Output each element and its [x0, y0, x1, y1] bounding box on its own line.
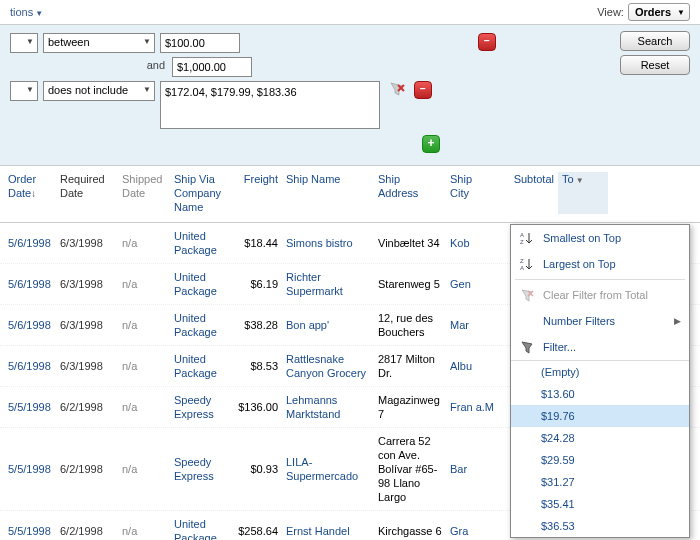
- svg-text:Z: Z: [520, 239, 524, 245]
- menu-largest-on-top[interactable]: ZALargest on Top: [511, 251, 689, 277]
- filter-value-empty[interactable]: (Empty): [511, 361, 689, 383]
- cell-ship-city[interactable]: Albu: [446, 359, 498, 373]
- menu-smallest-on-top[interactable]: AZSmallest on Top: [511, 225, 689, 251]
- cell-ship-via[interactable]: United Package: [170, 352, 230, 380]
- cell-freight: $6.19: [230, 277, 282, 291]
- cell-ship-city[interactable]: Mar: [446, 318, 498, 332]
- cell-ship-name[interactable]: Simons bistro: [282, 236, 374, 250]
- cell-order-date[interactable]: 5/5/1998: [4, 462, 56, 476]
- filter-operator-select-2[interactable]: does not include: [43, 81, 155, 101]
- grid-header-row: Order Date↓ Required Date Shipped Date S…: [0, 166, 700, 223]
- cell-required-date: 6/2/1998: [56, 400, 118, 414]
- cell-order-date[interactable]: 5/6/1998: [4, 318, 56, 332]
- cell-ship-address: 2817 Milton Dr.: [374, 352, 446, 380]
- chevron-down-icon: ▼: [576, 176, 584, 185]
- clear-filter-icon[interactable]: [389, 81, 405, 97]
- cell-order-date[interactable]: 5/6/1998: [4, 359, 56, 373]
- cell-ship-via[interactable]: United Package: [170, 270, 230, 298]
- cell-ship-via[interactable]: Speedy Express: [170, 455, 230, 483]
- menu-filter[interactable]: Filter...: [511, 334, 689, 360]
- view-value: Orders: [635, 6, 671, 18]
- operator-1-label: between: [48, 36, 90, 48]
- cell-ship-city[interactable]: Kob: [446, 236, 498, 250]
- cell-shipped-date: n/a: [118, 318, 170, 332]
- cell-order-date[interactable]: 5/6/1998: [4, 236, 56, 250]
- cell-ship-via[interactable]: Speedy Express: [170, 393, 230, 421]
- cell-order-date[interactable]: 5/6/1998: [4, 277, 56, 291]
- svg-text:A: A: [520, 232, 524, 238]
- filter-value-option[interactable]: $29.59: [511, 449, 689, 471]
- cell-ship-name[interactable]: Rattlesnake Canyon Grocery: [282, 352, 374, 380]
- svg-text:Z: Z: [520, 258, 524, 264]
- col-subtotal[interactable]: Subtotal: [498, 172, 558, 214]
- cell-ship-address: Carrera 52 con Ave. Bolívar #65-98 Llano…: [374, 434, 446, 504]
- sort-asc-icon: AZ: [519, 230, 535, 246]
- cell-ship-city[interactable]: Gen: [446, 277, 498, 291]
- filter-value-textarea[interactable]: [160, 81, 380, 129]
- col-shipped-date[interactable]: Shipped Date: [118, 172, 170, 214]
- reset-button[interactable]: Reset: [620, 55, 690, 75]
- cell-order-date[interactable]: 5/5/1998: [4, 524, 56, 538]
- filter-value-option[interactable]: $24.28: [511, 427, 689, 449]
- menu-smallest-label: Smallest on Top: [543, 232, 621, 244]
- view-select[interactable]: Orders: [628, 3, 690, 21]
- cell-ship-name[interactable]: Ernst Handel: [282, 524, 374, 538]
- cell-ship-city[interactable]: Fran a.M: [446, 400, 498, 414]
- cell-ship-name[interactable]: Bon app': [282, 318, 374, 332]
- cell-required-date: 6/2/1998: [56, 462, 118, 476]
- clear-filter-icon: [519, 287, 535, 303]
- cell-order-date[interactable]: 5/5/1998: [4, 400, 56, 414]
- menu-filter-label: Filter...: [543, 341, 576, 353]
- cell-shipped-date: n/a: [118, 236, 170, 250]
- col-ship-city[interactable]: Ship City: [446, 172, 498, 214]
- cell-freight: $8.53: [230, 359, 282, 373]
- operator-2-label: does not include: [48, 84, 128, 96]
- filter-values-list[interactable]: (Empty) $13.60$19.76$24.28$29.59$31.27$3…: [511, 360, 689, 537]
- cell-freight: $136.00: [230, 400, 282, 414]
- menu-clear-filter: Clear Filter from Total: [511, 282, 689, 308]
- cell-shipped-date: n/a: [118, 400, 170, 414]
- filter-value1-input[interactable]: [160, 33, 240, 53]
- filter-value-option[interactable]: $36.53: [511, 515, 689, 537]
- menu-number-filters[interactable]: Number Filters: [511, 308, 689, 334]
- view-label: View:: [597, 6, 624, 18]
- filter-field-select-1[interactable]: [10, 33, 38, 53]
- column-context-menu: AZSmallest on Top ZALargest on Top Clear…: [510, 224, 690, 538]
- filter-value2-input[interactable]: [172, 57, 252, 77]
- cell-ship-name[interactable]: Richter Supermarkt: [282, 270, 374, 298]
- filter-value-option[interactable]: $13.60: [511, 383, 689, 405]
- col-required-date[interactable]: Required Date: [56, 172, 118, 214]
- cell-freight: $18.44: [230, 236, 282, 250]
- filter-operator-select-1[interactable]: between: [43, 33, 155, 53]
- search-button[interactable]: Search: [620, 31, 690, 51]
- actions-menu-fragment[interactable]: tions▼: [10, 6, 43, 18]
- sort-desc-icon: ↓: [31, 188, 36, 199]
- sort-desc-icon: ZA: [519, 256, 535, 272]
- cell-ship-address: Magazinweg 7: [374, 393, 446, 421]
- filter-value-option[interactable]: $35.41: [511, 493, 689, 515]
- col-freight[interactable]: Freight: [230, 172, 282, 214]
- cell-ship-city[interactable]: Bar: [446, 462, 498, 476]
- cell-shipped-date: n/a: [118, 277, 170, 291]
- cell-freight: $38.28: [230, 318, 282, 332]
- col-ship-via[interactable]: Ship Via Company Name: [170, 172, 230, 214]
- add-filter-button[interactable]: +: [422, 135, 440, 153]
- cell-ship-via[interactable]: United Package: [170, 229, 230, 257]
- cell-ship-name[interactable]: LILA-Supermercado: [282, 455, 374, 483]
- cell-required-date: 6/3/1998: [56, 318, 118, 332]
- cell-required-date: 6/3/1998: [56, 277, 118, 291]
- cell-required-date: 6/2/1998: [56, 524, 118, 538]
- remove-filter-2-button[interactable]: −: [414, 81, 432, 99]
- cell-ship-city[interactable]: Gra: [446, 524, 498, 538]
- remove-filter-1-button[interactable]: −: [478, 33, 496, 51]
- col-order-date[interactable]: Order Date↓: [4, 172, 56, 214]
- cell-ship-via[interactable]: United Package: [170, 311, 230, 339]
- cell-ship-name[interactable]: Lehmanns Marktstand: [282, 393, 374, 421]
- filter-value-option[interactable]: $31.27: [511, 471, 689, 493]
- cell-ship-via[interactable]: United Package: [170, 517, 230, 540]
- filter-field-select-2[interactable]: [10, 81, 38, 101]
- col-ship-name[interactable]: Ship Name: [282, 172, 374, 214]
- col-total[interactable]: To▼: [558, 172, 608, 214]
- col-ship-address[interactable]: Ship Address: [374, 172, 446, 214]
- filter-value-option[interactable]: $19.76: [511, 405, 689, 427]
